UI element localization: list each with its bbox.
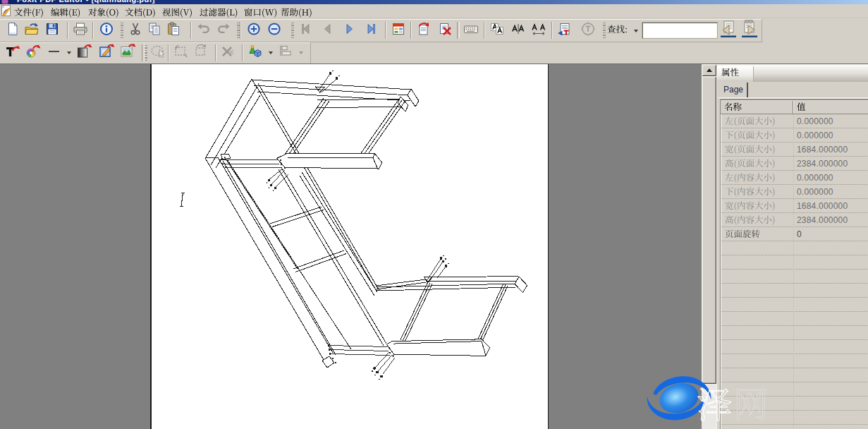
- add-text-button[interactable]: [3, 43, 22, 63]
- property-row-row6[interactable]: 宽(内容大小)1684.000000: [721, 199, 868, 213]
- rotate-selection-button[interactable]: [191, 43, 210, 63]
- scroll-up-button[interactable]: [702, 64, 716, 76]
- property-row-row4[interactable]: 左(内容大小)0.000000: [721, 171, 868, 185]
- first-page-button[interactable]: [297, 20, 316, 40]
- text-tool-disabled-button[interactable]: [578, 20, 597, 40]
- menu-item-filter[interactable]: 过滤器(L): [200, 7, 238, 19]
- document-canvas[interactable]: [0, 64, 702, 429]
- align-tool-button[interactable]: [276, 43, 295, 63]
- property-row-row0[interactable]: 左(页面大小)0.000000: [721, 114, 868, 128]
- add-text-icon: [4, 43, 21, 63]
- tab-divider: [718, 97, 868, 98]
- find-input[interactable]: [642, 23, 717, 38]
- toolbar-grip[interactable]: [237, 23, 240, 38]
- column-divider[interactable]: [793, 114, 794, 429]
- char-spacing-button[interactable]: [529, 20, 548, 40]
- new-document-button[interactable]: [3, 20, 22, 40]
- menu-item-file[interactable]: 文件(F): [14, 7, 44, 19]
- font-select-button[interactable]: [487, 20, 506, 40]
- property-row-empty: [721, 397, 868, 411]
- cut-button[interactable]: [126, 20, 145, 40]
- property-value[interactable]: 2384.000000: [797, 159, 848, 169]
- pdf-page[interactable]: [150, 64, 549, 429]
- menu-item-document[interactable]: 文档(D): [125, 7, 156, 19]
- document-info-button[interactable]: [97, 20, 116, 40]
- menu-item-view[interactable]: 视图(V): [162, 7, 193, 19]
- print-button[interactable]: [71, 20, 90, 40]
- paste-icon: [166, 22, 181, 39]
- graphics-tool-button[interactable]: [245, 43, 264, 63]
- save-button[interactable]: [42, 20, 61, 40]
- color-picker-button[interactable]: [24, 43, 43, 63]
- open-button[interactable]: [22, 20, 41, 40]
- property-row-row5[interactable]: 下(内容大小)0.000000: [721, 185, 868, 199]
- edit-image-button[interactable]: [97, 43, 116, 63]
- property-row-row3[interactable]: 高(页面大小)2384.000000: [721, 157, 868, 171]
- column-header-name[interactable]: 名称: [721, 100, 793, 114]
- scrollbar-thumb[interactable]: [702, 76, 716, 384]
- form-editor-icon: [391, 22, 405, 39]
- property-name: 页面旋转: [725, 229, 760, 240]
- line-style-button[interactable]: [45, 43, 64, 63]
- delete-object-button[interactable]: [218, 43, 237, 63]
- transform-selection-button[interactable]: [171, 43, 190, 63]
- toolbar-grip[interactable]: [291, 23, 294, 38]
- undo-button[interactable]: [194, 20, 213, 40]
- soft-keyboard-button[interactable]: [461, 20, 480, 40]
- menu-item-edit[interactable]: 编辑(E): [51, 7, 81, 19]
- property-row-row2[interactable]: 宽(页面大小)1684.000000: [721, 143, 868, 157]
- next-page-button[interactable]: [339, 20, 358, 40]
- redo-button[interactable]: [214, 20, 233, 40]
- form-editor-button[interactable]: [389, 20, 408, 40]
- property-grid: 名称 值 左(页面大小)0.000000下(页面大小)0.000000宽(页面大…: [720, 99, 868, 429]
- delete-page-button[interactable]: [435, 20, 454, 40]
- find-next-button[interactable]: [740, 20, 759, 41]
- add-image-button[interactable]: [118, 43, 137, 63]
- menu-item-object[interactable]: 对象(O): [88, 7, 119, 19]
- select-object-button[interactable]: [148, 43, 167, 63]
- toolbar-row-main: 查找:: [0, 19, 762, 42]
- property-value[interactable]: 1684.000000: [797, 145, 848, 155]
- column-header-value[interactable]: 值: [793, 100, 868, 114]
- find-previous-button[interactable]: [719, 20, 738, 41]
- tab-page[interactable]: Page: [718, 83, 748, 97]
- property-value[interactable]: 1684.000000: [797, 201, 848, 211]
- property-value[interactable]: 2384.000000: [797, 215, 848, 225]
- toolbar-grip[interactable]: [121, 23, 123, 38]
- property-value[interactable]: 0.000000: [797, 173, 833, 183]
- find-dropdown-arrow[interactable]: [634, 30, 638, 32]
- property-value[interactable]: 0.000000: [797, 116, 833, 126]
- vertical-scrollbar[interactable]: [702, 64, 716, 429]
- previous-page-button[interactable]: [318, 20, 337, 40]
- shading-button[interactable]: [75, 43, 94, 63]
- toolbar-separator: [240, 22, 241, 39]
- toolbar-separator: [484, 22, 485, 39]
- property-row-row8[interactable]: 页面旋转0: [721, 227, 868, 241]
- property-row-row7[interactable]: 高(内容大小)2384.000000: [721, 213, 868, 227]
- copy-button[interactable]: [145, 20, 164, 40]
- property-value[interactable]: 0: [797, 229, 802, 239]
- last-page-button[interactable]: [360, 20, 379, 40]
- property-row-row1[interactable]: 下(页面大小)0.000000: [721, 128, 868, 143]
- menu-item-help[interactable]: 帮助(H): [281, 7, 312, 19]
- toolbar-grip[interactable]: [603, 23, 606, 38]
- paste-button[interactable]: [164, 20, 183, 40]
- property-row-empty: [721, 312, 868, 326]
- zoom-out-button[interactable]: [264, 20, 283, 40]
- property-value[interactable]: 0.000000: [797, 131, 833, 140]
- graphics-tool-dropdown-arrow[interactable]: [269, 52, 273, 54]
- import-text-button[interactable]: [554, 20, 573, 40]
- toolbar-grip[interactable]: [145, 45, 147, 61]
- property-row-empty: [721, 425, 868, 429]
- property-value[interactable]: 0.000000: [797, 187, 833, 197]
- document-icon[interactable]: [1, 5, 11, 16]
- line-style-dropdown-arrow[interactable]: [67, 52, 71, 54]
- toolbar-separator: [67, 22, 68, 39]
- graphics-tool-icon: [247, 43, 264, 63]
- zoom-in-button[interactable]: [244, 20, 263, 40]
- menu-item-label: 对象(O): [88, 8, 119, 18]
- menu-item-window[interactable]: 窗口(W): [244, 7, 278, 19]
- rotate-page-button[interactable]: [414, 20, 433, 40]
- kerning-button[interactable]: [508, 20, 527, 40]
- align-tool-dropdown-arrow[interactable]: [299, 52, 303, 54]
